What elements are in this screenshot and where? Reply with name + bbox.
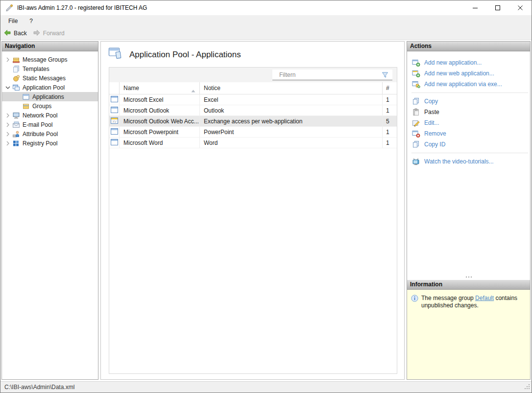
app-icon <box>5 3 14 12</box>
sidebar-item-applications[interactable]: Applications <box>2 92 98 101</box>
menu-bar: File ? <box>0 15 532 27</box>
information-header: Information <box>407 280 530 290</box>
cell-notice: Outlook <box>204 107 224 114</box>
information-message: The message group Default contains unpub… <box>421 295 522 379</box>
chevron-right-icon[interactable] <box>4 121 12 128</box>
action-label: Edit... <box>424 119 439 126</box>
back-label: Back <box>14 30 27 37</box>
actions-header: Actions <box>407 42 530 51</box>
table-row[interactable]: Microsoft Word Word 1 <box>109 138 397 148</box>
add-application-exe-icon <box>412 80 420 88</box>
add-new-application-via-exe-link[interactable]: Add new application via exe... <box>407 79 530 90</box>
forward-button[interactable]: Forward <box>33 29 65 38</box>
sidebar-item-message-groups[interactable]: Message Groups <box>2 55 98 64</box>
action-label: Remove <box>424 130 446 137</box>
action-label: Watch the video-tutorials... <box>424 158 494 165</box>
info-text-before: The message group <box>421 295 475 301</box>
app-window: IBI-aws Admin 1.27.0 - registered for IB… <box>0 0 532 393</box>
cell-name: Microsoft Word <box>123 139 163 146</box>
resize-grip[interactable] <box>524 384 531 392</box>
cell-count: 1 <box>386 129 389 136</box>
default-message-group-link[interactable]: Default <box>475 295 494 301</box>
cell-notice: Word <box>204 139 218 146</box>
sidebar-item-label: Message Groups <box>23 56 67 63</box>
sidebar-item-label: Registry Pool <box>23 140 57 147</box>
filter-input[interactable] <box>272 69 392 80</box>
app-window-icon <box>111 107 118 115</box>
cell-count: 1 <box>386 96 389 103</box>
add-new-web-application-link[interactable]: Add new web application... <box>407 68 530 79</box>
filter-box <box>272 69 392 80</box>
add-new-application-link[interactable]: Add new application... <box>407 57 530 68</box>
cell-name: Microsoft Outlook Web Acc... <box>123 118 199 125</box>
navigation-panel: Navigation Message Groups Templates Stat… <box>1 41 98 380</box>
maximize-button[interactable] <box>486 0 509 15</box>
copy-id-link[interactable]: Copy ID <box>407 139 530 150</box>
add-application-icon <box>412 59 420 67</box>
back-button[interactable]: Back <box>3 29 27 38</box>
chevron-down-icon[interactable] <box>4 84 12 91</box>
main-panel: Application Pool - Applications Name <box>100 41 405 380</box>
chevron-right-icon[interactable] <box>4 139 12 147</box>
column-header-count[interactable]: # <box>383 82 397 94</box>
copy-id-icon <box>412 140 420 148</box>
sidebar-item-label: Applications <box>32 93 64 100</box>
forward-icon <box>33 29 41 38</box>
sidebar-item-attribute-pool[interactable]: Attribute Pool <box>2 129 98 139</box>
video-tutorials-icon <box>412 158 420 165</box>
column-header-icon <box>109 82 120 94</box>
cell-count: 5 <box>386 118 389 125</box>
column-header-name[interactable]: Name <box>120 82 200 94</box>
action-label: Add new application via exe... <box>424 81 502 88</box>
column-header-notice[interactable]: Notice <box>200 82 383 94</box>
video-tutorials-link[interactable]: Watch the video-tutorials... <box>407 156 530 167</box>
registry-pool-icon <box>12 139 20 147</box>
panel-splitter-handle[interactable] <box>407 274 530 280</box>
email-pool-icon <box>12 121 20 129</box>
table-row[interactable]: Microsoft Powerpoint PowerPoint 1 <box>109 127 397 138</box>
information-panel: The message group Default contains unpub… <box>407 290 530 379</box>
status-file-path: C:\IBI-aws\Admin\Data.xml <box>4 384 74 391</box>
sidebar-item-templates[interactable]: Templates <box>2 64 98 73</box>
edit-link[interactable]: Edit... <box>407 117 530 128</box>
sidebar-item-application-pool[interactable]: Application Pool <box>2 83 98 92</box>
cell-notice: Exchange access per web-application <box>204 118 302 125</box>
minimize-button[interactable] <box>464 0 486 15</box>
chevron-right-icon[interactable] <box>4 112 12 119</box>
action-label: Add new application... <box>424 59 482 66</box>
menu-help[interactable]: ? <box>29 18 33 24</box>
sidebar-item-registry-pool[interactable]: Registry Pool <box>2 139 98 148</box>
application-pool-title-icon <box>108 47 123 62</box>
paste-link[interactable]: Paste <box>407 107 530 117</box>
remove-icon <box>412 130 420 138</box>
sidebar-item-network-pool[interactable]: Network Pool <box>2 111 98 120</box>
chevron-right-icon[interactable] <box>4 130 12 138</box>
groups-icon <box>22 102 30 110</box>
copy-link[interactable]: Copy <box>407 96 530 107</box>
table-row[interactable]: Microsoft Outlook Outlook 1 <box>109 105 397 116</box>
filter-funnel-icon[interactable] <box>381 71 389 81</box>
application-pool-icon <box>12 84 20 92</box>
sidebar-item-static-messages[interactable]: Static Messages <box>2 73 98 83</box>
page-title: Application Pool - Applications <box>129 50 241 60</box>
table-row-selected[interactable]: XV Microsoft Outlook Web Acc... Exchange… <box>109 116 397 127</box>
sidebar-item-email-pool[interactable]: E-mail Pool <box>2 120 98 129</box>
sidebar-item-label: Attribute Pool <box>23 131 58 138</box>
action-label: Copy <box>424 98 438 105</box>
close-button[interactable] <box>509 0 532 15</box>
back-icon <box>3 29 11 38</box>
actions-divider <box>411 92 528 93</box>
action-label: Paste <box>424 109 439 116</box>
svg-text:XV: XV <box>112 119 117 123</box>
menu-file[interactable]: File <box>8 18 18 24</box>
chevron-right-icon[interactable] <box>4 56 12 63</box>
actions-divider <box>411 153 528 153</box>
edit-icon <box>412 119 420 127</box>
table-row[interactable]: Microsoft Excel Excel 1 <box>109 94 397 105</box>
static-messages-icon <box>12 74 20 82</box>
sidebar-item-groups[interactable]: Groups <box>2 101 98 111</box>
remove-link[interactable]: Remove <box>407 128 530 139</box>
filter-bar <box>109 68 397 82</box>
paste-icon <box>412 108 420 116</box>
cell-name: Microsoft Excel <box>123 96 163 103</box>
